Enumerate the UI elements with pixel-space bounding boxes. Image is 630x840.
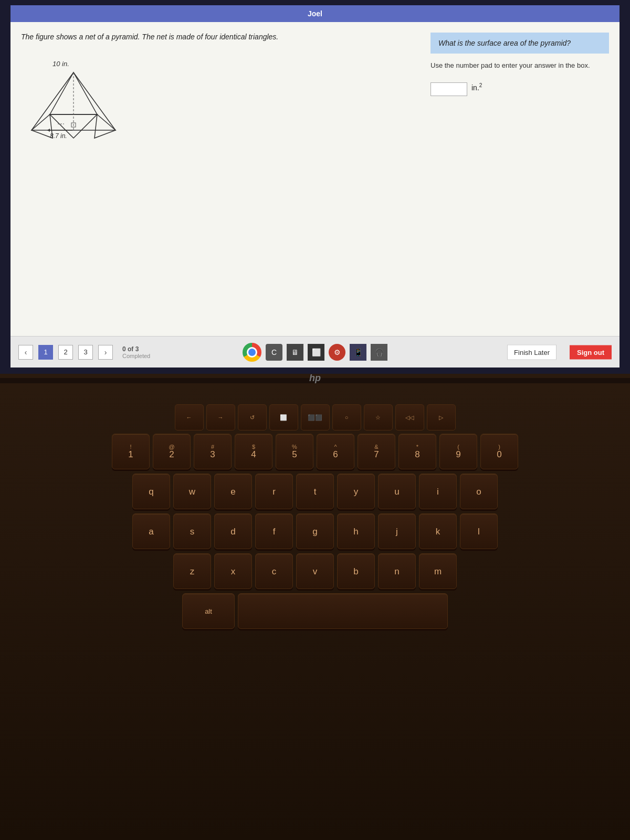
key-a[interactable]: a	[132, 513, 170, 549]
key-3[interactable]: # 3	[194, 434, 232, 469]
instruction-text: Use the number pad to enter your answer …	[430, 61, 609, 69]
key-w[interactable]: w	[173, 474, 211, 509]
chrome-icon[interactable]	[243, 343, 261, 362]
key-5[interactable]: % 5	[276, 434, 313, 469]
question-box-text: What is the surface area of the pyramid?	[438, 39, 571, 47]
nav-prev-button[interactable]: ‹	[18, 345, 33, 360]
nav-number-3[interactable]: 3	[78, 345, 93, 360]
svg-text:8.7 in.: 8.7 in.	[50, 132, 67, 140]
key-back[interactable]: ←	[175, 404, 204, 430]
key-i[interactable]: i	[419, 474, 457, 509]
answer-row: in.2	[430, 82, 609, 96]
pyramid-figure: 10 in.	[21, 57, 136, 172]
key-u[interactable]: u	[378, 474, 416, 509]
hp-logo: hp	[302, 373, 328, 383]
settings-icon[interactable]: ⚙	[329, 344, 345, 361]
zxcv-row: z x c v b n m	[26, 553, 604, 589]
key-n[interactable]: n	[378, 553, 416, 589]
tablet-icon[interactable]: 📱	[350, 344, 366, 361]
question-area: The figure shows a net of a pyramid. The…	[10, 22, 620, 336]
key-fullscreen[interactable]: ⬜	[269, 404, 298, 430]
unit-text: in.2	[471, 82, 482, 92]
nav-number-1[interactable]: 1	[38, 345, 53, 360]
key-7[interactable]: & 7	[358, 434, 395, 469]
key-forward[interactable]: →	[206, 404, 235, 430]
sign-out-button[interactable]: Sign out	[570, 345, 612, 359]
question-box: What is the surface area of the pyramid?	[430, 33, 609, 54]
title-bar: Joel	[10, 5, 620, 22]
finish-later-button[interactable]: Finish Later	[507, 344, 556, 360]
qwerty-row: q w e r t y u i o	[26, 474, 604, 509]
key-r[interactable]: r	[255, 474, 293, 509]
space-row: alt	[26, 593, 604, 629]
key-d[interactable]: d	[214, 513, 252, 549]
key-vol-up[interactable]: ▷	[427, 404, 456, 430]
key-9[interactable]: ( 9	[439, 434, 477, 469]
left-panel: The figure shows a net of a pyramid. The…	[21, 33, 420, 326]
key-f[interactable]: f	[255, 513, 293, 549]
answer-input[interactable]	[430, 82, 467, 96]
nav-number-2[interactable]: 2	[58, 345, 73, 360]
window-icon[interactable]: ⬜	[308, 344, 324, 361]
key-vol-down[interactable]: ◁◁	[395, 404, 424, 430]
key-x[interactable]: x	[214, 553, 252, 589]
user-name: Joel	[308, 9, 322, 18]
laptop-screen: Joel The figure shows a net of a pyramid…	[10, 5, 620, 368]
key-h[interactable]: h	[337, 513, 375, 549]
key-z[interactable]: z	[173, 553, 211, 589]
right-panel: What is the surface area of the pyramid?…	[430, 33, 609, 326]
monitor-icon[interactable]: 🖥	[287, 344, 303, 361]
key-l[interactable]: l	[460, 513, 498, 549]
key-0[interactable]: ) 0	[480, 434, 518, 469]
key-space[interactable]	[238, 593, 448, 629]
svg-marker-2	[50, 72, 97, 114]
headphone-icon[interactable]: 🎧	[371, 344, 387, 361]
screen-bezel: Joel The figure shows a net of a pyramid…	[0, 0, 630, 378]
key-2[interactable]: @ 2	[153, 434, 191, 469]
key-circle[interactable]: ○	[332, 404, 361, 430]
key-t[interactable]: t	[296, 474, 334, 509]
progress-fraction: 0 of 3	[122, 345, 150, 353]
keyboard-area: ← → ↺ ⬜ ⬛⬛ ○ ☆ ◁◁ ▷ ! 1 @ 2 # 3	[0, 383, 630, 840]
key-m[interactable]: m	[419, 553, 457, 589]
svg-marker-10	[47, 129, 50, 132]
key-refresh[interactable]: ↺	[238, 404, 267, 430]
fn-key-row: ← → ↺ ⬜ ⬛⬛ ○ ☆ ◁◁ ▷	[26, 404, 604, 430]
number-key-row: ! 1 @ 2 # 3 $ 4 % 5 ^ 6	[26, 434, 604, 469]
asdf-row: a s d f g h j k l	[26, 513, 604, 549]
svg-text:10 in.: 10 in.	[52, 60, 69, 68]
key-c[interactable]: c	[255, 553, 293, 589]
key-brightness[interactable]: ☆	[364, 404, 393, 430]
key-k[interactable]: k	[419, 513, 457, 549]
key-1[interactable]: ! 1	[112, 434, 150, 469]
key-alt[interactable]: alt	[182, 593, 235, 629]
c-icon[interactable]: C	[266, 344, 282, 361]
key-b[interactable]: b	[337, 553, 375, 589]
key-s[interactable]: s	[173, 513, 211, 549]
key-y[interactable]: y	[337, 474, 375, 509]
progress-label: Completed	[122, 353, 150, 359]
key-4[interactable]: $ 4	[235, 434, 272, 469]
nav-next-button[interactable]: ›	[98, 345, 113, 360]
key-j[interactable]: j	[378, 513, 416, 549]
key-o[interactable]: o	[460, 474, 498, 509]
bottom-toolbar: ‹ 1 2 3 › 0 of 3 Completed C	[10, 336, 620, 368]
question-text: The figure shows a net of a pyramid. The…	[21, 33, 420, 41]
content-area: The figure shows a net of a pyramid. The…	[10, 22, 620, 368]
keyboard: ← → ↺ ⬜ ⬛⬛ ○ ☆ ◁◁ ▷ ! 1 @ 2 # 3	[26, 404, 604, 633]
key-g[interactable]: g	[296, 513, 334, 549]
key-v[interactable]: v	[296, 553, 334, 589]
key-q[interactable]: q	[132, 474, 170, 509]
key-e[interactable]: e	[214, 474, 252, 509]
taskbar-icons: C 🖥 ⬜ ⚙ 📱 🎧	[243, 343, 387, 362]
key-8[interactable]: * 8	[398, 434, 436, 469]
key-windows[interactable]: ⬛⬛	[301, 404, 330, 430]
progress-info: 0 of 3 Completed	[122, 345, 150, 359]
key-6[interactable]: ^ 6	[317, 434, 354, 469]
